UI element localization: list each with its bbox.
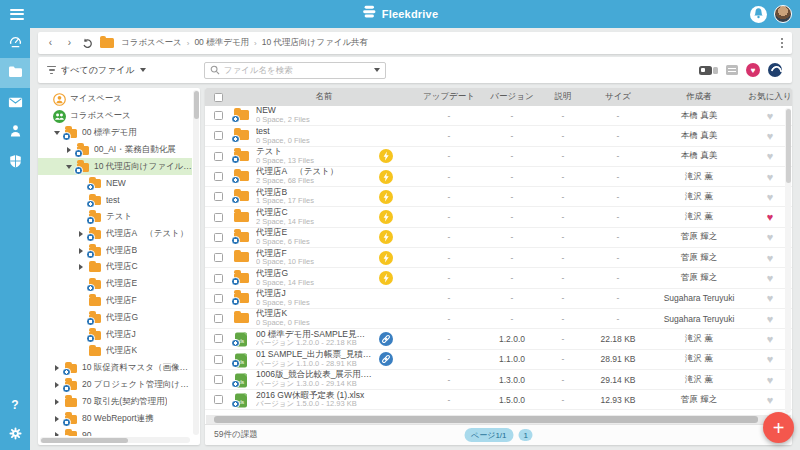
search-dropdown-icon[interactable]	[374, 68, 380, 72]
item-name[interactable]: 代理店B	[256, 188, 373, 198]
favorite-heart-icon[interactable]: ♥	[767, 252, 774, 264]
item-name[interactable]: 1006版_競合比較表_展示用.xlsx	[256, 370, 373, 380]
item-name[interactable]: 代理店A （テスト）	[256, 167, 373, 177]
tree-item[interactable]: 代理店G	[38, 309, 192, 326]
more-options-icon[interactable]	[781, 38, 783, 48]
favorites-filter-icon[interactable]: ♥	[746, 63, 760, 77]
table-row[interactable]: NEW0 Space, 2 Files----本橋 真美♥	[205, 106, 792, 126]
refresh-icon[interactable]	[82, 38, 93, 49]
item-name[interactable]: 代理店J	[256, 289, 373, 299]
row-checkbox[interactable]	[214, 253, 223, 262]
row-checkbox[interactable]	[214, 131, 223, 140]
tree-item[interactable]: 代理店K	[38, 343, 192, 360]
tree-item[interactable]: 90 …	[38, 427, 192, 436]
table-row[interactable]: 代理店E0 Space, 6 Files----菅原 輝之♥	[205, 228, 792, 248]
table-row[interactable]: 代理店J0 Space, 9 Files----Sugahara Teruyuk…	[205, 289, 792, 309]
tree-item[interactable]: コラボスペース	[38, 108, 192, 125]
item-name[interactable]: 代理店G	[256, 269, 373, 279]
column-header-description[interactable]: 説明	[540, 91, 586, 103]
row-checkbox[interactable]	[214, 395, 223, 404]
tree-item[interactable]: 80 WebReport連携	[38, 410, 192, 427]
favorite-heart-icon[interactable]: ♥	[767, 394, 774, 406]
favorite-heart-icon[interactable]: ♥	[767, 272, 774, 284]
chevron-down-icon[interactable]	[65, 165, 73, 169]
card-view-toggle-icon[interactable]	[699, 66, 719, 75]
row-checkbox[interactable]	[214, 355, 223, 364]
rail-item-help[interactable]: ?	[0, 390, 30, 420]
row-checkbox[interactable]	[214, 192, 223, 201]
table-row[interactable]: xls01 SAMPLE_出力帳票_見積書.xlsxバージョン 1.1.0.0 …	[205, 350, 792, 370]
table-row[interactable]: 代理店F0 Space, 10 Files----菅原 輝之♥	[205, 248, 792, 268]
column-header-favorite[interactable]: お気に入り	[748, 91, 792, 103]
column-header-size[interactable]: サイズ	[586, 91, 650, 103]
table-row[interactable]: xls1006版_競合比較表_展示用.xlsxバージョン 1.3.0.0 - 2…	[205, 370, 792, 390]
row-checkbox[interactable]	[214, 172, 223, 181]
breadcrumb-segment[interactable]: 00 標準デモ用	[194, 37, 249, 49]
favorite-heart-icon[interactable]: ♥	[767, 353, 774, 365]
chevron-right-icon[interactable]	[53, 399, 61, 405]
table-row[interactable]: 代理店K0 Space, 0 Files----Sugahara Teruyuk…	[205, 309, 792, 329]
rail-item-settings[interactable]	[0, 420, 30, 450]
table-vertical-scrollbar[interactable]	[785, 108, 791, 413]
tree-item[interactable]: 代理店B	[38, 242, 192, 259]
favorite-heart-icon[interactable]: ♥	[767, 191, 774, 203]
favorite-heart-icon[interactable]: ♥	[767, 374, 774, 386]
table-row[interactable]: テスト0 Space, 13 Files----本橋 真美♥	[205, 147, 792, 167]
column-header-version[interactable]: バージョン	[484, 91, 540, 103]
chevron-right-icon[interactable]	[53, 432, 61, 436]
tree-item[interactable]: NEW	[38, 175, 192, 192]
row-checkbox[interactable]	[214, 152, 223, 161]
tree-item[interactable]: テスト	[38, 209, 192, 226]
row-checkbox[interactable]	[214, 274, 223, 283]
hamburger-menu-icon[interactable]	[10, 9, 24, 20]
item-name[interactable]: 代理店C	[256, 208, 373, 218]
row-checkbox[interactable]	[214, 334, 223, 343]
row-checkbox[interactable]	[214, 294, 223, 303]
column-header-update[interactable]: アップデート	[414, 91, 484, 103]
table-row[interactable]: 代理店G0 Space, 14 Files----菅原 輝之♥	[205, 268, 792, 288]
item-name[interactable]: test	[256, 127, 373, 137]
tree-item[interactable]: 代理店C	[38, 259, 192, 276]
search-box[interactable]	[204, 62, 386, 79]
back-button[interactable]: ‹	[44, 37, 57, 50]
tree-horizontal-scrollbar[interactable]	[40, 437, 190, 443]
chevron-right-icon[interactable]	[77, 231, 85, 237]
table-row[interactable]: 代理店A （テスト）2 Space, 68 Files----滝沢 薫♥	[205, 167, 792, 187]
tree-item[interactable]: 代理店F	[38, 293, 192, 310]
rail-item-users[interactable]	[0, 118, 30, 148]
item-name[interactable]: 01 SAMPLE_出力帳票_見積書.xlsx	[256, 350, 373, 360]
table-row[interactable]: xls00 標準デモ用-SAMPLE見積書.xlsxバージョン 1.2.0.0 …	[205, 329, 792, 349]
favorite-heart-icon[interactable]: ♥	[767, 150, 774, 162]
table-row[interactable]: 代理店B1 Space, 17 Files----滝沢 薫♥	[205, 187, 792, 207]
favorite-heart-icon[interactable]: ♥	[767, 211, 774, 223]
item-name[interactable]: 00 標準デモ用-SAMPLE見積書.xlsx	[256, 330, 373, 340]
table-horizontal-scrollbar[interactable]	[206, 415, 791, 424]
notifications-button[interactable]	[750, 6, 767, 23]
forward-button[interactable]: ›	[63, 37, 76, 50]
tree-item[interactable]: 10 販促資料マスタ（画像・動画）	[38, 360, 192, 377]
page-number-button[interactable]: 1	[519, 429, 533, 441]
tree-item[interactable]: 70 取引先(契約管理用)	[38, 393, 192, 410]
item-name[interactable]: 代理店E	[256, 228, 373, 238]
row-checkbox[interactable]	[214, 213, 223, 222]
table-row[interactable]: 代理店C2 Space, 14 Files----滝沢 薫♥	[205, 207, 792, 227]
tree-item[interactable]: 00 標準デモ用	[38, 125, 192, 142]
favorite-heart-icon[interactable]: ♥	[767, 130, 774, 142]
row-checkbox[interactable]	[214, 314, 223, 323]
item-name[interactable]: テスト	[256, 147, 373, 157]
item-name[interactable]: 2016 GW休暇予定表 (1).xlsx	[256, 391, 373, 401]
tree-item[interactable]: 20 プロジェクト管理向けファイル共有	[38, 377, 192, 394]
item-name[interactable]: 代理店F	[256, 249, 373, 259]
row-checkbox[interactable]	[214, 111, 223, 120]
favorite-heart-icon[interactable]: ♥	[767, 313, 774, 325]
user-avatar[interactable]	[774, 5, 792, 23]
row-checkbox[interactable]	[214, 233, 223, 242]
breadcrumb-segment[interactable]: コラボスペース	[121, 37, 182, 49]
tree-item[interactable]: 代理店E	[38, 276, 192, 293]
breadcrumb-segment[interactable]: 10 代理店向けファイル共有	[262, 37, 368, 49]
row-checkbox[interactable]	[214, 375, 223, 384]
add-button[interactable]: +	[763, 412, 794, 443]
table-row[interactable]: test0 Space, 0 Files----本橋 真美♥	[205, 126, 792, 146]
app-circle-icon[interactable]	[768, 63, 782, 77]
table-row[interactable]: xls2016 GW休暇予定表 (1).xlsxバージョン 1.5.0.0 - …	[205, 390, 792, 410]
